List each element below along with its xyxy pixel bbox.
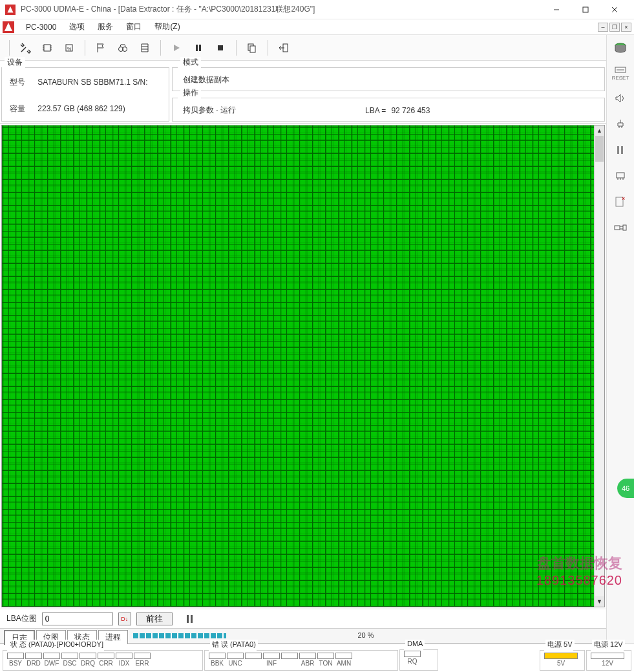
stop-button[interactable] bbox=[210, 38, 231, 58]
maximize-button[interactable] bbox=[571, 1, 600, 19]
menu-app[interactable]: PC-3000 bbox=[19, 21, 63, 33]
svg-text:%: % bbox=[67, 47, 71, 51]
badge-circle[interactable]: 46 bbox=[617, 479, 634, 498]
info-panels: 设备 型号 SATABURN SB SBBM71.1 S/N: 容量 223.5… bbox=[0, 61, 606, 124]
status-error-group: 错 误 (PATA0) BBKUNCINFABRTONAMN bbox=[204, 645, 398, 671]
disk-icon[interactable] bbox=[612, 40, 629, 57]
capacity-value: 223.57 GB (468 862 129) bbox=[37, 104, 125, 113]
status-cell: BBK bbox=[209, 653, 226, 667]
model-value: SATABURN SB SBBM71.1 S/N: bbox=[37, 78, 147, 87]
device-legend: 设备 bbox=[5, 57, 25, 68]
app-icon bbox=[5, 5, 16, 15]
play-button[interactable] bbox=[166, 38, 187, 58]
svg-rect-23 bbox=[191, 615, 193, 623]
status-5v-group: 电源 5V 5V bbox=[540, 645, 585, 671]
pause-icon bbox=[185, 614, 195, 623]
led-indicator bbox=[98, 653, 114, 659]
led-label: ABR bbox=[301, 660, 315, 667]
status-cell: DRD bbox=[25, 653, 42, 667]
menu-app-icon bbox=[3, 21, 14, 33]
led-indicator bbox=[299, 653, 316, 659]
lba-label: LBA = bbox=[365, 106, 386, 115]
chip2-button[interactable]: % bbox=[59, 38, 79, 58]
led-label: CRR bbox=[99, 660, 113, 667]
pause-button[interactable] bbox=[188, 38, 209, 58]
page-x-icon[interactable]: × bbox=[612, 193, 629, 210]
led-label: INF bbox=[266, 660, 277, 667]
scroll-up-icon[interactable]: ▲ bbox=[595, 125, 604, 136]
mdi-restore-button[interactable]: ❐ bbox=[609, 23, 620, 32]
menu-bar: PC-3000 选项 服务 窗口 帮助(Z) – ❐ × bbox=[0, 19, 634, 35]
connector-icon[interactable] bbox=[612, 116, 629, 133]
go-button[interactable]: 前往 bbox=[136, 612, 173, 625]
led-indicator bbox=[263, 653, 280, 659]
close-button[interactable] bbox=[600, 1, 629, 19]
operation-panel: 操作 拷贝参数 · 运行 LBA = 92 726 453 bbox=[172, 92, 605, 122]
status-cell: CRR bbox=[98, 653, 114, 667]
window-title: PC-3000 UDMA-E - China - [Data Extractor… bbox=[21, 4, 542, 15]
minimize-button[interactable] bbox=[542, 1, 571, 19]
led-label: DRD bbox=[26, 660, 41, 667]
status-cell: TON bbox=[317, 653, 334, 667]
map-scrollbar[interactable]: ▲ ▼ bbox=[594, 125, 604, 607]
sector-map[interactable] bbox=[2, 125, 594, 607]
lba-marker-button[interactable]: D↓ bbox=[118, 612, 131, 625]
led-indicator bbox=[116, 653, 132, 659]
plug-icon[interactable] bbox=[612, 219, 629, 236]
scroll-thumb[interactable] bbox=[595, 136, 604, 162]
flag-button[interactable] bbox=[90, 38, 111, 58]
status-dma-legend: DMA bbox=[405, 640, 425, 647]
lba-nav-bar: LBA位图 D↓ 前往 bbox=[0, 609, 606, 628]
led-indicator bbox=[404, 651, 421, 657]
mode-panel: 模式 创建数据副本 bbox=[172, 62, 605, 91]
led-indicator bbox=[79, 653, 96, 659]
menu-services[interactable]: 服务 bbox=[91, 20, 120, 34]
svg-rect-18 bbox=[218, 45, 223, 50]
led-label: UNC bbox=[228, 660, 242, 667]
led-label: DWF bbox=[45, 660, 59, 667]
mdi-close-button[interactable]: × bbox=[621, 23, 631, 32]
status-cell: AMN bbox=[335, 653, 352, 667]
status-12v-legend: 电源 12V bbox=[592, 640, 625, 649]
status-cell bbox=[245, 653, 262, 667]
sound-icon[interactable] bbox=[612, 90, 629, 107]
side-pause-icon[interactable] bbox=[612, 142, 629, 158]
target-button[interactable] bbox=[134, 38, 155, 58]
led-label: DSC bbox=[63, 660, 76, 667]
svg-rect-16 bbox=[196, 45, 198, 51]
sector-map-container: ▲ ▼ bbox=[1, 125, 605, 607]
led-label: AMN bbox=[337, 660, 351, 667]
led-indicator bbox=[227, 653, 244, 659]
copy-button[interactable] bbox=[242, 38, 262, 58]
binoculars-button[interactable] bbox=[112, 38, 133, 58]
led-label: TON bbox=[319, 660, 333, 667]
svg-rect-1 bbox=[583, 7, 588, 12]
chip-side-icon[interactable] bbox=[612, 168, 629, 184]
tools-button[interactable] bbox=[15, 38, 36, 58]
chip1-button[interactable] bbox=[37, 38, 58, 58]
led-indicator bbox=[281, 653, 298, 659]
led-label: BBK bbox=[211, 660, 224, 667]
main-toolbar: % bbox=[0, 35, 606, 61]
mdi-minimize-button[interactable]: – bbox=[598, 23, 608, 32]
menu-window[interactable]: 窗口 bbox=[120, 20, 148, 34]
led-indicator bbox=[43, 653, 60, 659]
led-indicator bbox=[7, 653, 24, 659]
led-indicator bbox=[245, 653, 262, 659]
status-error-legend: 错 误 (PATA0) bbox=[210, 640, 258, 649]
svg-rect-20 bbox=[250, 46, 255, 52]
mode-value: 创建数据副本 bbox=[178, 74, 599, 85]
lba-input[interactable] bbox=[42, 612, 113, 625]
menu-options[interactable]: 选项 bbox=[63, 20, 91, 34]
scroll-down-icon[interactable]: ▼ bbox=[595, 596, 604, 607]
menu-help[interactable]: 帮助(Z) bbox=[148, 20, 186, 34]
status-cell: DWF bbox=[43, 653, 60, 667]
svg-rect-5 bbox=[44, 45, 50, 51]
status-cell: DSC bbox=[61, 653, 78, 667]
exit-button[interactable] bbox=[273, 38, 294, 58]
status-12v-group: 电源 12V 12V bbox=[586, 645, 631, 671]
svg-rect-27 bbox=[617, 146, 619, 154]
status-cell: IDX bbox=[116, 653, 132, 667]
reset-button[interactable]: RESET bbox=[612, 66, 629, 81]
led-12v bbox=[591, 653, 624, 659]
